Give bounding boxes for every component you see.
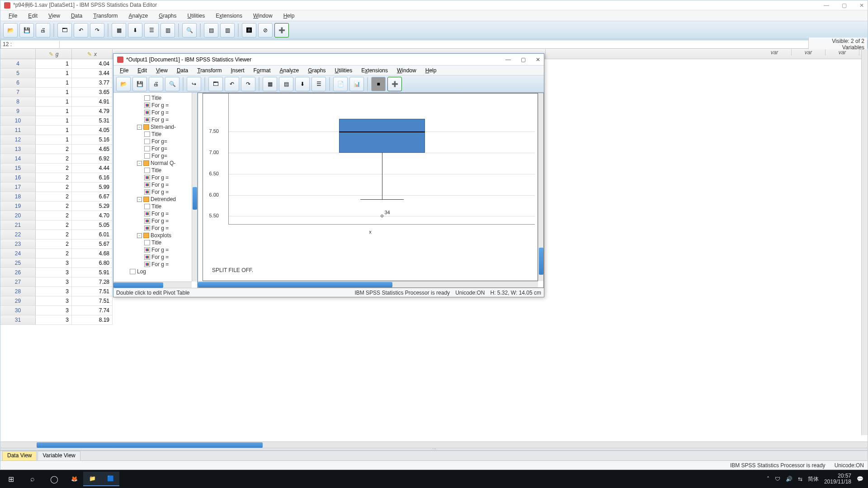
cell-x[interactable]: 6.92 <box>72 154 113 164</box>
vmenu-utilities[interactable]: Utilities <box>330 66 357 75</box>
cell-g[interactable]: 2 <box>36 154 72 164</box>
tab-data-view[interactable]: Data View <box>2 451 37 460</box>
menu-data[interactable]: Data <box>66 11 88 20</box>
cell-x[interactable]: 4.44 <box>72 164 113 173</box>
save-icon[interactable]: 💾 <box>19 23 34 38</box>
cell-x[interactable]: 3.44 <box>72 69 113 78</box>
menu-transform[interactable]: Transform <box>88 11 123 20</box>
tab-variable-view[interactable]: Variable View <box>38 451 80 460</box>
cell-g[interactable]: 3 <box>36 277 72 287</box>
cell-x[interactable]: 7.74 <box>72 306 113 315</box>
cell-x[interactable]: 7.51 <box>72 287 113 296</box>
cell-g[interactable]: 2 <box>36 202 72 211</box>
row-header[interactable]: 14 <box>0 154 36 164</box>
recall-dialog-icon[interactable]: 🗔 <box>57 23 72 38</box>
row-header[interactable]: 12 <box>0 135 36 145</box>
row-header[interactable]: 13 <box>0 145 36 154</box>
vprint-icon[interactable]: 🖨 <box>149 77 163 91</box>
goto-case-icon[interactable]: ▦ <box>112 23 126 38</box>
vgoto-case-icon[interactable]: ▤ <box>279 77 293 91</box>
outline-node[interactable]: Title <box>115 94 197 102</box>
goto-var-icon[interactable]: ⬇ <box>128 23 142 38</box>
outline-node[interactable]: For g= <box>115 145 197 152</box>
tray-security-icon[interactable]: 🛡 <box>775 476 780 482</box>
cell-x[interactable]: 4.79 <box>72 107 113 116</box>
vmenu-help[interactable]: Help <box>421 66 441 75</box>
cell-g[interactable]: 1 <box>36 116 72 126</box>
outline-node[interactable]: For g = <box>115 174 197 181</box>
outline-node[interactable]: For g = <box>115 102 197 109</box>
select-cases-icon[interactable]: ➕ <box>274 23 289 38</box>
spss-task-icon[interactable]: 🟦 <box>101 472 119 486</box>
outline-node[interactable]: For g = <box>115 210 197 217</box>
cell-g[interactable]: 3 <box>36 258 72 268</box>
row-header[interactable]: 22 <box>0 230 36 239</box>
viewer-minimize-icon[interactable]: — <box>505 56 511 63</box>
collapse-icon[interactable]: - <box>137 197 142 202</box>
menu-analyze[interactable]: Analyze <box>123 11 153 20</box>
col-var-r1[interactable]: var <box>758 49 792 56</box>
output-outline[interactable]: TitleFor g =For g =For g =-Stem-and-Titl… <box>113 93 198 288</box>
col-g[interactable]: ✎g <box>36 49 72 59</box>
cell-x[interactable]: 7.28 <box>72 277 113 287</box>
cell-g[interactable]: 1 <box>36 97 72 107</box>
row-header[interactable]: 6 <box>0 78 36 88</box>
main-hscrollbar[interactable] <box>0 441 868 448</box>
undo-icon[interactable]: ↶ <box>74 23 88 38</box>
menu-graphs[interactable]: Graphs <box>153 11 182 20</box>
menu-window[interactable]: Window <box>248 11 278 20</box>
vgoto-var-icon[interactable]: ⬇ <box>295 77 310 91</box>
output-content[interactable]: 5.506.006.507.007.5034 x SPLIT FILE OFF. <box>198 93 544 288</box>
output-viewer-window[interactable]: *Output1 [Document1] - IBM SPSS Statisti… <box>113 53 544 297</box>
outline-node[interactable]: -Boxplots <box>115 232 197 239</box>
row-header[interactable]: 21 <box>0 221 36 230</box>
cell-g[interactable]: 2 <box>36 221 72 230</box>
close-icon[interactable]: ✕ <box>859 2 864 9</box>
menu-file[interactable]: File <box>3 11 23 20</box>
variables-icon[interactable]: ☰ <box>144 23 159 38</box>
col-var-r3[interactable]: var <box>826 49 859 56</box>
vundo-icon[interactable]: ↶ <box>225 77 239 91</box>
cell-g[interactable]: 1 <box>36 135 72 145</box>
vmenu-insert[interactable]: Insert <box>226 66 249 75</box>
cell-g[interactable]: 1 <box>36 107 72 116</box>
viewer-maximize-icon[interactable]: ▢ <box>521 56 526 63</box>
outline-node[interactable]: For g = <box>115 246 197 253</box>
outline-node[interactable]: For g = <box>115 225 197 232</box>
vmenu-transform[interactable]: Transform <box>193 66 226 75</box>
vscrollbar[interactable] <box>861 49 868 435</box>
search-icon[interactable]: ⌕ <box>22 470 43 488</box>
outline-node[interactable]: Title <box>115 131 197 138</box>
start-button[interactable]: ⊞ <box>0 470 22 488</box>
explorer-icon[interactable]: 📁 <box>83 472 101 486</box>
cell-x[interactable]: 8.19 <box>72 315 113 325</box>
tray-volume-icon[interactable]: 🔊 <box>786 476 793 482</box>
data-row[interactable]: 29 3 7.51 <box>0 296 868 306</box>
cell-g[interactable]: 2 <box>36 145 72 154</box>
cell-g[interactable]: 3 <box>36 268 72 277</box>
cell-x[interactable]: 5.67 <box>72 239 113 249</box>
row-header[interactable]: 23 <box>0 239 36 249</box>
cell-x[interactable]: 3.65 <box>72 88 113 97</box>
vopen-icon[interactable]: 📂 <box>116 77 131 91</box>
cell-x[interactable]: 4.68 <box>72 249 113 258</box>
vmenu-view[interactable]: View <box>151 66 172 75</box>
outline-node[interactable]: For g = <box>115 181 197 188</box>
split-file-icon[interactable]: 🅰 <box>242 23 256 38</box>
cell-x[interactable]: 6.80 <box>72 258 113 268</box>
collapse-icon[interactable]: - <box>137 161 142 166</box>
row-header[interactable]: 25 <box>0 258 36 268</box>
row-header[interactable]: 31 <box>0 315 36 325</box>
row-header[interactable]: 17 <box>0 183 36 192</box>
outline-node[interactable]: For g= <box>115 152 197 160</box>
row-header[interactable]: 29 <box>0 296 36 306</box>
cell-g[interactable]: 1 <box>36 69 72 78</box>
cell-x[interactable]: 5.16 <box>72 135 113 145</box>
menu-view[interactable]: View <box>43 11 66 20</box>
row-header[interactable]: 30 <box>0 306 36 315</box>
menu-extensions[interactable]: Extensions <box>210 11 248 20</box>
cell-g[interactable]: 2 <box>36 211 72 221</box>
row-header[interactable]: 20 <box>0 211 36 221</box>
corner-header[interactable] <box>0 49 36 59</box>
outline-node[interactable]: Title <box>115 239 197 246</box>
